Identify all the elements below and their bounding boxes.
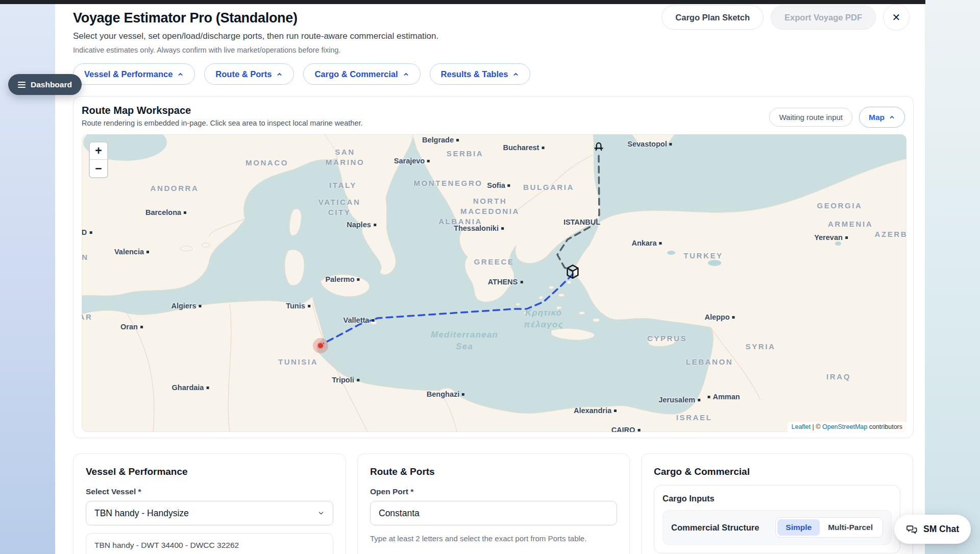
- destination-marker[interactable]: [313, 338, 328, 353]
- section-pill-label: Results & Tables: [441, 69, 508, 79]
- section-pill-vessel-performance[interactable]: Vessel & Performance: [73, 63, 195, 85]
- select-vessel-label: Select Vessel *: [86, 487, 333, 496]
- route-map-workspace-card: Route Map Workspace Route rendering is e…: [73, 96, 914, 438]
- window-top-bar: [0, 0, 925, 4]
- chevron-up-icon: [889, 114, 895, 121]
- section-pill-label: Route & Ports: [215, 69, 272, 79]
- structure-option-simple[interactable]: Simple: [777, 519, 820, 536]
- chevron-up-icon: [512, 71, 519, 78]
- cargo-card-title: Cargo & Commercial: [654, 466, 900, 477]
- section-pills: Vessel & PerformanceRoute & PortsCargo &…: [73, 63, 530, 85]
- cargo-commercial-card: Cargo & Commercial Cargo Inputs Commerci…: [641, 453, 913, 554]
- vessel-select[interactable]: TBN handy - Handysize: [86, 501, 333, 525]
- zoom-out-button[interactable]: −: [90, 160, 107, 177]
- input-cards-row: Vessel & Performance Select Vessel * TBN…: [73, 453, 913, 554]
- open-port-marker[interactable]: [592, 140, 605, 155]
- close-icon: ✕: [892, 11, 901, 23]
- route-ports-card: Route & Ports Open Port * Constanta Type…: [357, 453, 630, 554]
- sm-chat-label: SM Chat: [923, 524, 959, 535]
- route-status-badge: Waiting route input: [769, 108, 852, 127]
- destination-dot: [317, 342, 324, 349]
- vessel-info-box: TBN handy - DWT 34400 - DWCC 32262 Open …: [86, 533, 333, 554]
- attribution-suffix: contributors: [869, 423, 902, 430]
- map-canvas[interactable]: + − Leaflet | © OpenStreetMap contributo…: [82, 134, 906, 432]
- vessel-info-line2: Open Port (vessel): Samsun: [94, 551, 325, 554]
- cargo-point-marker[interactable]: [565, 264, 580, 281]
- header-actions: Cargo Plan Sketch Export Voyage PDF ✕: [662, 4, 910, 31]
- dashboard-button[interactable]: Dashboard: [8, 74, 82, 95]
- open-port-helper: Type at least 2 letters and select the e…: [370, 534, 617, 543]
- sm-chat-button[interactable]: SM Chat: [894, 515, 971, 544]
- open-port-input[interactable]: Constanta: [370, 501, 617, 525]
- map-attribution: Leaflet | © OpenStreetMap contributors: [788, 422, 907, 432]
- open-port-value: Constanta: [379, 508, 420, 519]
- chevron-up-icon: [276, 71, 283, 78]
- section-pill-label: Vessel & Performance: [84, 69, 173, 79]
- background-right-strip: [925, 0, 980, 554]
- route-card-title: Route & Ports: [370, 466, 617, 477]
- destination-halo: [313, 338, 328, 353]
- map-collapse-toggle[interactable]: Map: [859, 107, 905, 128]
- section-pill-results-tables[interactable]: Results & Tables: [430, 63, 531, 85]
- map-base-layer: [82, 134, 906, 432]
- attribution-separator: |: [813, 423, 814, 430]
- cargo-inputs-box: Cargo Inputs Commercial Structure Simple…: [654, 485, 900, 553]
- cargo-inputs-title: Cargo Inputs: [663, 494, 892, 503]
- leaflet-link[interactable]: Leaflet: [792, 423, 811, 430]
- commercial-structure-row: Commercial Structure SimpleMulti-Parcel: [663, 510, 892, 545]
- vessel-select-value: TBN handy - Handysize: [94, 508, 189, 519]
- chevron-down-icon: [317, 510, 325, 517]
- openstreetmap-link[interactable]: OpenStreetMap: [822, 423, 867, 430]
- dashboard-label: Dashboard: [31, 80, 72, 89]
- page-title: Voyage Estimator Pro (Standalone): [73, 10, 438, 26]
- map-zoom-control: + −: [89, 141, 108, 178]
- open-port-label: Open Port *: [370, 487, 617, 496]
- map-card-controls: Waiting route input Map: [769, 107, 905, 128]
- vessel-card-title: Vessel & Performance: [86, 466, 333, 477]
- map-card-title: Route Map Workspace: [82, 105, 191, 116]
- chat-bubbles-icon: [906, 523, 918, 535]
- vessel-info-line1: TBN handy - DWT 34400 - DWCC 32262: [94, 539, 325, 551]
- structure-segmented-control: SimpleMulti-Parcel: [775, 517, 883, 538]
- package-cube-icon: [565, 264, 580, 279]
- port-icon: [592, 140, 605, 153]
- structure-option-multi-parcel[interactable]: Multi-Parcel: [820, 519, 881, 536]
- map-toggle-label: Map: [869, 113, 885, 122]
- chevron-up-icon: [403, 71, 409, 78]
- commercial-structure-label: Commercial Structure: [671, 523, 759, 533]
- hamburger-menu-icon: [18, 82, 26, 88]
- close-button[interactable]: ✕: [883, 4, 910, 31]
- section-pill-label: Cargo & Commercial: [314, 69, 398, 79]
- section-pill-route-ports[interactable]: Route & Ports: [204, 63, 294, 85]
- vessel-performance-card: Vessel & Performance Select Vessel * TBN…: [73, 453, 346, 554]
- cargo-plan-sketch-button[interactable]: Cargo Plan Sketch: [662, 5, 764, 30]
- page-subtitle: Select your vessel, set open/load/discha…: [73, 31, 438, 41]
- page-disclaimer: Indicative estimates only. Always confir…: [73, 46, 438, 54]
- chevron-up-icon: [177, 71, 184, 78]
- export-voyage-pdf-button[interactable]: Export Voyage PDF: [771, 5, 876, 30]
- zoom-in-button[interactable]: +: [90, 142, 107, 160]
- section-pill-cargo-commercial[interactable]: Cargo & Commercial: [303, 63, 420, 85]
- map-card-subtitle: Route rendering is embedded in-page. Cli…: [82, 119, 363, 127]
- copyright-glyph: ©: [816, 423, 820, 430]
- modal-header: Voyage Estimator Pro (Standalone) Select…: [73, 10, 438, 54]
- voyage-estimator-modal: Voyage Estimator Pro (Standalone) Select…: [55, 4, 925, 554]
